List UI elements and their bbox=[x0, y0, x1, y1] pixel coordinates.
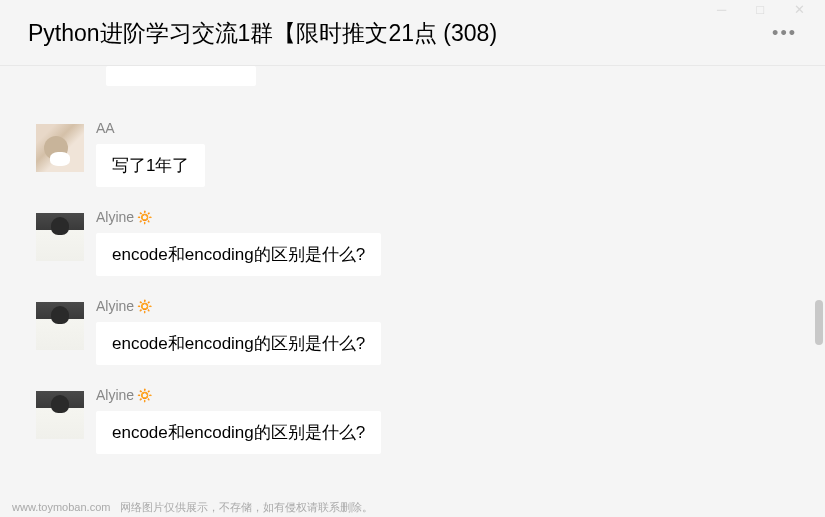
chat-messages-area[interactable]: AA 写了1年了 Alyine 🔅 encode和encoding的区别是什么?… bbox=[0, 66, 825, 493]
chat-title: Python进阶学习交流1群【限时推文21点 (308) bbox=[28, 18, 497, 49]
message-bubble: encode和encoding的区别是什么? bbox=[96, 322, 381, 365]
avatar[interactable] bbox=[36, 124, 84, 172]
message-bubble: 写了1年了 bbox=[96, 144, 205, 187]
sender-text: Alyine bbox=[96, 298, 134, 314]
sender-text: AA bbox=[96, 120, 115, 136]
message-bubble: encode和encoding的区别是什么? bbox=[96, 411, 381, 454]
message-bubble: encode和encoding的区别是什么? bbox=[96, 233, 381, 276]
avatar[interactable] bbox=[36, 213, 84, 261]
avatar[interactable] bbox=[36, 302, 84, 350]
sender-name: AA bbox=[96, 120, 205, 136]
sender-text: Alyine bbox=[96, 209, 134, 225]
window-controls: ─ □ ✕ bbox=[697, 0, 825, 19]
scrollbar-thumb[interactable] bbox=[815, 300, 823, 345]
footer-watermark: www.toymoban.com 网络图片仅供展示，不存储，如有侵权请联系删除。 bbox=[12, 500, 373, 515]
message-content: AA 写了1年了 bbox=[96, 120, 205, 187]
partial-message bbox=[106, 66, 805, 90]
minimize-icon[interactable]: ─ bbox=[717, 2, 726, 17]
message-content: Alyine 🔅 encode和encoding的区别是什么? bbox=[96, 298, 381, 365]
message-row: AA 写了1年了 bbox=[36, 120, 805, 187]
sender-name: Alyine 🔅 bbox=[96, 298, 381, 314]
message-content: Alyine 🔅 encode和encoding的区别是什么? bbox=[96, 387, 381, 454]
more-icon[interactable]: ••• bbox=[772, 23, 797, 44]
message-row: Alyine 🔅 encode和encoding的区别是什么? bbox=[36, 387, 805, 454]
sender-text: Alyine bbox=[96, 387, 134, 403]
footer-notice: 网络图片仅供展示，不存储，如有侵权请联系删除。 bbox=[120, 501, 373, 513]
sun-icon: 🔅 bbox=[136, 298, 153, 314]
sun-icon: 🔅 bbox=[136, 209, 153, 225]
sun-icon: 🔅 bbox=[136, 387, 153, 403]
maximize-icon[interactable]: □ bbox=[756, 2, 764, 17]
message-row: Alyine 🔅 encode和encoding的区别是什么? bbox=[36, 209, 805, 276]
close-icon[interactable]: ✕ bbox=[794, 2, 805, 17]
message-row: Alyine 🔅 encode和encoding的区别是什么? bbox=[36, 298, 805, 365]
avatar[interactable] bbox=[36, 391, 84, 439]
sender-name: Alyine 🔅 bbox=[96, 387, 381, 403]
sender-name: Alyine 🔅 bbox=[96, 209, 381, 225]
message-bubble bbox=[106, 66, 256, 86]
footer-domain: www.toymoban.com bbox=[12, 501, 110, 513]
message-content: Alyine 🔅 encode和encoding的区别是什么? bbox=[96, 209, 381, 276]
